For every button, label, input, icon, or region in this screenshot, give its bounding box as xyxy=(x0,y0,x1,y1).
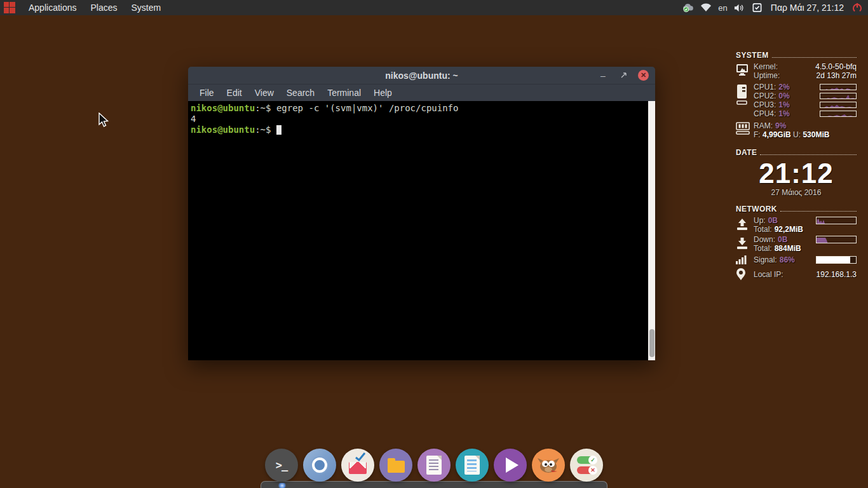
conky-system-header: SYSTEM xyxy=(736,51,857,60)
cpu2-graph xyxy=(820,93,857,99)
dock-gimp-icon[interactable] xyxy=(532,449,565,482)
power-icon[interactable] xyxy=(851,2,863,13)
maximize-button[interactable] xyxy=(618,70,629,81)
wifi-icon[interactable] xyxy=(700,2,712,13)
kernel-value: 4.5.0-50-bfq xyxy=(815,62,857,71)
terminal-line-prompt: nikos@ubuntu:~$ xyxy=(191,125,645,135)
download-graph xyxy=(816,236,857,243)
dock-panel xyxy=(261,481,607,488)
mouse-cursor xyxy=(97,112,111,129)
terminal-line-output: 4 xyxy=(191,114,645,125)
conky-date-header: DATE xyxy=(736,148,857,157)
conky-clock: 21:12 xyxy=(736,159,857,187)
running-indicator xyxy=(278,483,286,488)
local-ip-label: Local IP: xyxy=(754,270,783,279)
up-total-label: Total: xyxy=(754,225,772,234)
terminal-window: nikos@ubuntu: ~ – ✕ File Edit View Searc… xyxy=(188,67,655,360)
menu-file[interactable]: File xyxy=(193,86,220,100)
uptime-label: Uptime: xyxy=(754,71,780,80)
uptime-value: 2d 13h 27m xyxy=(817,71,857,80)
down-total-label: Total: xyxy=(754,244,772,253)
menu-edit[interactable]: Edit xyxy=(220,86,248,100)
monitor-icon xyxy=(736,62,754,76)
conky-network-header: NETWORK xyxy=(736,205,857,214)
window-title: nikos@ubuntu: ~ xyxy=(188,71,655,81)
updates-checkbox-icon[interactable] xyxy=(752,2,763,13)
terminal-titlebar[interactable]: nikos@ubuntu: ~ – ✕ xyxy=(188,67,655,85)
dock-chromium-icon[interactable] xyxy=(303,449,336,482)
cpu3-row: CPU3:1% xyxy=(754,100,857,109)
toggle-off: ✕ xyxy=(577,466,596,474)
memory-detail: F: 4,99GiB U: 530MiB xyxy=(754,130,857,139)
up-label: Up: xyxy=(754,216,766,225)
down-value: 0B xyxy=(778,235,787,244)
cpu4-row: CPU4:1% xyxy=(754,109,857,118)
down-total-value: 884MiB xyxy=(775,244,801,253)
download-icon xyxy=(736,235,754,251)
mail-check-mark xyxy=(355,452,365,461)
up-total-value: 92,2MiB xyxy=(775,225,803,234)
desktop-wallpaper: Applications Places System en xyxy=(0,0,868,488)
panel-clock[interactable]: Παρ Μάι 27, 21:12 xyxy=(770,3,845,13)
cpu1-row: CPU1:2% xyxy=(754,83,857,92)
minimize-button[interactable]: – xyxy=(597,70,609,81)
ram-label: RAM: xyxy=(754,121,773,130)
menu-system[interactable]: System xyxy=(126,1,167,15)
conky-date: 27 Μάιος 2016 xyxy=(736,188,857,197)
terminal-cursor xyxy=(276,125,281,135)
cpu-icon xyxy=(736,83,754,105)
distributor-logo-icon[interactable] xyxy=(4,2,17,13)
keyboard-layout-indicator[interactable]: en xyxy=(718,3,727,13)
location-pin-icon xyxy=(736,268,754,280)
cpu2-row: CPU2:0% xyxy=(754,92,857,100)
up-value: 0B xyxy=(768,216,778,225)
ram-value: 9% xyxy=(775,121,786,130)
dock-media-player-icon[interactable] xyxy=(494,449,527,482)
signal-bar xyxy=(816,256,857,264)
cpu3-graph xyxy=(820,102,857,108)
ram-icon xyxy=(736,121,754,136)
signal-value: 86% xyxy=(780,255,795,264)
local-ip-value: 192.168.1.3 xyxy=(817,270,857,279)
cpu1-graph xyxy=(820,84,857,90)
menu-applications[interactable]: Applications xyxy=(23,1,83,15)
signal-label: Signal: xyxy=(754,255,777,264)
terminal-menubar: File Edit View Search Terminal Help xyxy=(188,85,655,101)
menu-search[interactable]: Search xyxy=(280,86,321,100)
terminal-content[interactable]: nikos@ubuntu:~$ egrep -c '(svm|vmx)' /pr… xyxy=(188,101,655,360)
upload-graph xyxy=(816,217,857,224)
dock-terminal-icon[interactable]: >_ xyxy=(265,449,298,482)
top-panel: Applications Places System en xyxy=(0,0,868,15)
volume-icon[interactable] xyxy=(734,2,745,13)
menu-help[interactable]: Help xyxy=(367,86,398,100)
dock-text-editor-icon[interactable] xyxy=(417,449,451,482)
dock-mail-icon[interactable] xyxy=(341,449,374,482)
menu-view[interactable]: View xyxy=(248,86,280,100)
cpu4-graph xyxy=(820,111,857,117)
down-label: Down: xyxy=(754,235,775,244)
cloud-sync-icon[interactable] xyxy=(682,2,694,13)
conky-widget: SYSTEM Kernel:4.5.0-50-bfq Uptime:2d 13h… xyxy=(736,51,857,280)
dock: >_ ✓ ✕ xyxy=(265,449,603,482)
signal-icon xyxy=(736,255,754,264)
close-button[interactable]: ✕ xyxy=(638,70,649,81)
scrollbar-thumb[interactable] xyxy=(649,329,654,357)
terminal-scrollbar[interactable] xyxy=(648,101,655,360)
menu-terminal[interactable]: Terminal xyxy=(321,86,367,100)
upload-icon xyxy=(736,216,754,232)
kernel-label: Kernel: xyxy=(754,62,778,71)
toggle-on: ✓ xyxy=(577,456,596,464)
dock-documents-icon[interactable] xyxy=(456,449,489,482)
terminal-line-command: nikos@ubuntu:~$ egrep -c '(svm|vmx)' /pr… xyxy=(191,103,645,114)
dock-files-icon[interactable] xyxy=(379,449,412,482)
menu-places[interactable]: Places xyxy=(85,1,123,15)
dock-tweaks-icon[interactable]: ✓ ✕ xyxy=(570,449,603,482)
